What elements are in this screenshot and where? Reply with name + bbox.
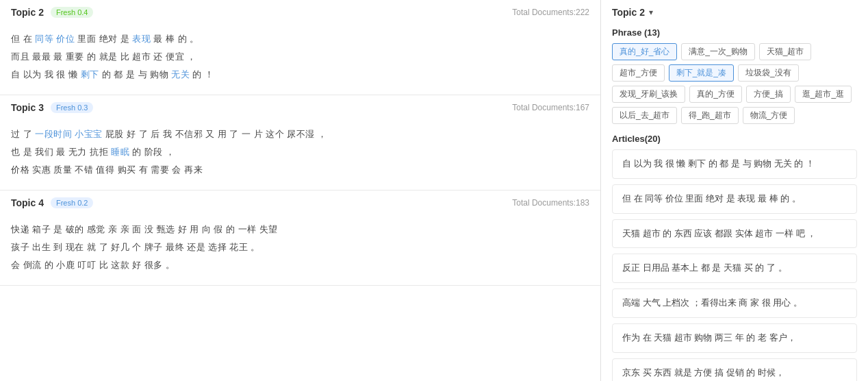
topic-card-topic-4: Topic 4 Fresh 0.2 Total Documents:183 快递… (0, 190, 600, 286)
phrase-tag[interactable]: 满意_一次_购物 (681, 43, 754, 60)
topic-card-topic-3: Topic 3 Fresh 0.3 Total Documents:167 过 … (0, 95, 600, 190)
phrase-tag[interactable]: 发现_牙刷_该换 (612, 86, 685, 103)
topic-text-line: 会 倒流 的 小鹿 叮叮 比 这款 好 很多 。 (11, 256, 589, 274)
fresh-badge: Fresh 0.4 (51, 7, 93, 18)
phrase-tag[interactable]: 方便_搞 (746, 86, 791, 103)
highlight-word: 剩下 (81, 69, 99, 79)
article-card: 作为 在 天猫 超市 购物 两三 年 的 老 客户， (612, 323, 857, 353)
phrase-section-title: Phrase (13) (612, 27, 857, 38)
topic-text-line: 而且 最最 最 重要 的 就是 比 超市 还 便宜 ， (11, 48, 589, 66)
total-docs: Total Documents:167 (512, 103, 589, 112)
topic-title: Topic 4 (11, 197, 44, 208)
topic-text-line: 价格 实惠 质量 不错 值得 购买 有 需要 会 再来 (11, 161, 589, 179)
article-card: 但 在 同等 价位 里面 绝对 是 表现 最 棒 的 。 (612, 184, 857, 214)
article-card: 自 以为 我 很 懒 剩下 的 都 是 与 购物 无关 的 ！ (612, 149, 857, 179)
phrase-tag[interactable]: 天猫_超市 (759, 43, 812, 60)
phrase-tag[interactable]: 以后_去_超市 (612, 107, 677, 124)
topic-header: Topic 4 Fresh 0.2 Total Documents:183 (0, 190, 600, 214)
article-card: 天猫 超市 的 东西 应该 都跟 实体 超市 一样 吧 ， (612, 219, 857, 249)
phrase-tag[interactable]: 得_跑_超市 (681, 107, 738, 124)
topic-text-line: 也 是 我们 最 无力 抗拒 睡眠 的 阶段 ， (11, 143, 589, 161)
left-panel: Topic 2 Fresh 0.4 Total Documents:222 但 … (0, 0, 601, 381)
phrase-tags-container: 真的_好_省心满意_一次_购物天猫_超市超市_方便剩下_就是_凑垃圾袋_没有发现… (612, 43, 857, 124)
topic-header-left: Topic 4 Fresh 0.2 (11, 197, 93, 208)
articles-list: 自 以为 我 很 懒 剩下 的 都 是 与 购物 无关 的 ！但 在 同等 价位… (612, 149, 857, 381)
topic-title: Topic 3 (11, 102, 44, 113)
topic-body: 快递 箱子 是 破的 感觉 亲 亲 面 没 甄选 好 用 向 假 的 一样 失望… (0, 214, 600, 285)
topic-selector[interactable]: Topic 2 ▾ (612, 7, 857, 18)
topic-body: 过 了 一段时间 小宝宝 屁股 好 了 后 我 不信邪 又 用 了 一 片 这个… (0, 119, 600, 190)
phrase-tag[interactable]: 真的_好_省心 (612, 43, 677, 60)
highlight-word: 无关 (171, 69, 190, 79)
highlight-word: 一段时间 小宝宝 (35, 129, 103, 139)
highlight-word: 同等 价位 (35, 34, 75, 44)
topic-header-left: Topic 3 Fresh 0.3 (11, 102, 93, 113)
topic-text-line: 过 了 一段时间 小宝宝 屁股 好 了 后 我 不信邪 又 用 了 一 片 这个… (11, 125, 589, 143)
topic-text-line: 孩子 出生 到 现在 就 了 好几 个 牌子 最终 还是 选择 花王 。 (11, 238, 589, 256)
total-docs: Total Documents:222 (512, 8, 589, 17)
phrase-tag[interactable]: 逛_超市_逛 (795, 86, 852, 103)
phrase-tag[interactable]: 超市_方便 (612, 64, 665, 82)
topic-selector-label: Topic 2 (612, 7, 645, 18)
total-docs: Total Documents:183 (512, 198, 589, 208)
fresh-badge: Fresh 0.2 (51, 197, 93, 208)
fresh-badge: Fresh 0.3 (51, 102, 93, 113)
topic-header-left: Topic 2 Fresh 0.4 (11, 7, 93, 18)
articles-section: Articles(20) 自 以为 我 很 懒 剩下 的 都 是 与 购物 无关… (612, 134, 857, 381)
topic-card-topic-2: Topic 2 Fresh 0.4 Total Documents:222 但 … (0, 0, 600, 95)
topic-title: Topic 2 (11, 7, 44, 18)
highlight-word: 表现 (132, 34, 151, 44)
topic-body: 但 在 同等 价位 里面 绝对 是 表现 最 棒 的 。而且 最最 最 重要 的… (0, 23, 600, 95)
topic-text-line: 快递 箱子 是 破的 感觉 亲 亲 面 没 甄选 好 用 向 假 的 一样 失望 (11, 221, 589, 238)
topic-header: Topic 3 Fresh 0.3 Total Documents:167 (0, 95, 600, 119)
articles-section-title: Articles(20) (612, 134, 857, 144)
topic-text-line: 但 在 同等 价位 里面 绝对 是 表现 最 棒 的 。 (11, 30, 589, 48)
right-panel: Topic 2 ▾ Phrase (13) 真的_好_省心满意_一次_购物天猫_… (601, 0, 868, 381)
phrase-tag[interactable]: 真的_方便 (689, 86, 742, 103)
article-card: 京东 买 东西 就是 方便 搞 促销 的 时候， (612, 358, 857, 381)
article-card: 反正 日用品 基本上 都 是 天猫 买 的 了 。 (612, 254, 857, 283)
article-card: 高端 大气 上档次 ；看得出来 商 家 很 用心 。 (612, 288, 857, 318)
highlight-word: 睡眠 (111, 147, 129, 157)
phrase-tag[interactable]: 垃圾袋_没有 (738, 64, 799, 82)
phrase-tag[interactable]: 剩下_就是_凑 (669, 64, 734, 82)
topic-text-line: 自 以为 我 很 懒 剩下 的 都 是 与 购物 无关 的 ！ (11, 66, 589, 84)
chevron-down-icon: ▾ (649, 8, 653, 17)
phrase-tag[interactable]: 物流_方便 (743, 107, 795, 124)
topic-header: Topic 2 Fresh 0.4 Total Documents:222 (0, 0, 600, 23)
